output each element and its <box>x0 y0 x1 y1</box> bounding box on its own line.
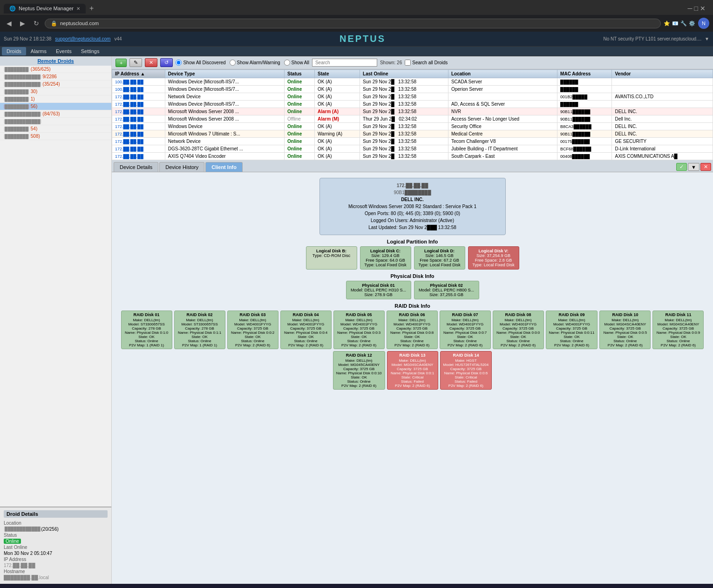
sidebar-item[interactable]: ████████████ 9/2286 <box>0 73 111 81</box>
table-row[interactable]: 172.██.██.██ Microsoft Windows Server 20… <box>112 108 713 115</box>
menu-item-alarms[interactable]: Alarms <box>26 47 51 55</box>
raid-disk-card: RAID Disk 03 Make: DELL(tm) Model: WD400… <box>227 311 278 349</box>
cell-status: Online <box>285 93 315 101</box>
table-row[interactable]: 172.██.██.██ Microsoft Windows 7 Ultimat… <box>112 130 713 138</box>
browser-tab-active[interactable]: 🌐 Neptus Device Manager ✕ <box>4 4 86 14</box>
col-ip[interactable]: IP Address ▲ <box>112 70 165 78</box>
col-status[interactable]: Status <box>285 70 315 78</box>
maximize-button[interactable]: □ <box>694 5 698 12</box>
search-all-checkbox[interactable]: Search all Droids <box>405 60 448 66</box>
tab-confirm-button[interactable]: ✓ <box>676 163 687 171</box>
cell-mac: 90B11██████ <box>557 108 612 115</box>
sidebar-item[interactable]: ████████ (365/625) <box>0 66 111 73</box>
reload-button[interactable]: ↻ <box>31 19 42 28</box>
tab-favicon: 🌐 <box>9 6 16 12</box>
dropdown-icon[interactable]: ▼ <box>705 36 709 41</box>
cell-device-type: Network Device <box>165 93 284 101</box>
sidebar-item[interactable]: ████████████ (84/763) <box>0 110 111 118</box>
tab-device-details[interactable]: Device Details <box>114 162 158 172</box>
cell-location <box>448 93 557 101</box>
table-row[interactable]: 172.██.██.██ Windows Device Online OK (A… <box>112 123 713 130</box>
cell-vendor: DELL INC. <box>612 108 713 115</box>
back-button[interactable]: ◀ <box>4 19 14 28</box>
radio-show-all[interactable]: Show All <box>284 60 309 66</box>
menu-item-events[interactable]: Events <box>51 47 76 55</box>
table-row[interactable]: 100.██.██.██ Windows Device [Microsoft-I… <box>112 78 713 86</box>
minimize-button[interactable]: ─ <box>688 5 693 12</box>
col-vendor[interactable]: Vendor <box>612 70 713 78</box>
search-input[interactable] <box>312 59 377 67</box>
tab-close-button[interactable]: ✕ <box>76 6 80 11</box>
cell-last-online: Sun 29 Nov 2█ 13:32:58 <box>360 86 448 93</box>
status-value: Online <box>4 539 21 544</box>
col-state[interactable]: State <box>315 70 360 78</box>
cell-location: Jubilee Building - IT Department <box>448 145 557 153</box>
cell-mac: ██████ <box>557 101 612 108</box>
table-row[interactable]: 172.██.██.██ DGS-3620-28TC Gigabit Ether… <box>112 145 713 153</box>
cell-state: Alarm (A) <box>315 108 360 115</box>
radio-show-alarm-warning[interactable]: Show Alarm/Warning <box>230 60 280 66</box>
cell-status: Offline <box>285 115 315 123</box>
version: v44 <box>114 36 122 41</box>
delete-button[interactable]: ✕ <box>145 58 157 67</box>
col-device-type[interactable]: Device Type <box>165 70 284 78</box>
menu-item-droids[interactable]: Droids <box>2 47 26 55</box>
hostname-value: ████████.██.local <box>4 575 49 580</box>
client-info-container: 172.██.██.██ 90B1████████ DELL INC. Micr… <box>114 174 711 395</box>
refresh-button[interactable]: ↺ <box>160 58 173 67</box>
sidebar-item[interactable]: ████████ 54) <box>0 125 111 133</box>
tab-title: Neptus Device Manager <box>19 6 74 11</box>
sidebar-item-selected[interactable]: ████████ 56) <box>0 103 111 110</box>
table-row[interactable]: 172.██.██.██ Network Device Online OK (A… <box>112 93 713 101</box>
cell-device-type: Network Device <box>165 138 284 145</box>
table-row[interactable]: 172.██.██.██ Network Device Online OK (A… <box>112 138 713 145</box>
raid-disk-card: RAID Disk 13 Make: DELL(tm) Model: MG04S… <box>387 351 438 390</box>
sidebar-item[interactable]: ████████ 1) <box>0 95 111 103</box>
sidebar-item[interactable]: ████████████ (35/254) <box>0 81 111 88</box>
address-bar[interactable]: 🔒 neptuscloud.com <box>45 19 661 28</box>
raid-disk-card: RAID Disk 02 Make: DELL(tm) Model: ST330… <box>174 311 225 349</box>
radio-show-all-discovered[interactable]: Show All Discovered <box>176 60 225 66</box>
detail-row-location-value: ████████████ (20/256) <box>4 527 108 532</box>
col-location[interactable]: Location <box>448 70 557 78</box>
physical-disk-title: Physical Disk Info <box>117 273 707 279</box>
col-mac[interactable]: MAC Address <box>557 70 612 78</box>
tab-close-button[interactable]: ✕ <box>700 163 711 171</box>
cell-status: Online <box>285 130 315 138</box>
add-button[interactable]: + <box>115 59 127 67</box>
logical-partition-title: Logical Partition Info <box>117 239 707 244</box>
sidebar-item[interactable]: ████████ 30) <box>0 88 111 95</box>
cell-ip: 100.██.██.██ <box>112 86 165 93</box>
menu-item-settings[interactable]: Settings <box>76 47 104 55</box>
forward-button[interactable]: ▶ <box>17 19 28 28</box>
neptus-logo: NEPTUS <box>122 34 604 44</box>
tab-dropdown-button[interactable]: ▼ <box>688 163 699 171</box>
table-row[interactable]: 172.██.██.██ Windows Device [Microsoft-I… <box>112 101 713 108</box>
table-row[interactable]: 172.██.██.██ Microsoft Windows Server 20… <box>112 115 713 123</box>
cell-vendor: Dell Inc. <box>612 115 713 123</box>
tab-client-info[interactable]: Client Info <box>205 162 243 172</box>
sidebar-item[interactable]: ████████ 508) <box>0 133 111 140</box>
cell-status: Online <box>285 86 315 93</box>
logical-disk-card: Logical Disk B:Type: CD-ROM Disc <box>306 246 357 270</box>
cell-last-online: Sun 29 Nov 2█ 13:32:58 <box>360 78 448 86</box>
cell-mac: 90B11██████ <box>557 130 612 138</box>
user-avatar[interactable]: N <box>698 18 709 29</box>
cell-last-online: Sun 29 Nov 2█ 13:32:58 <box>360 130 448 138</box>
table-row[interactable]: 172.██.██.██ AXIS Q7404 Video Encoder On… <box>112 153 713 160</box>
new-tab-button[interactable]: + <box>86 4 97 13</box>
cell-device-type: AXIS Q7404 Video Encoder <box>165 153 284 160</box>
cell-state: OK (A) <box>315 86 360 93</box>
sidebar-item[interactable]: ████████████ <box>0 118 111 125</box>
edit-button[interactable]: ✎ <box>129 58 142 67</box>
support-email[interactable]: support@neptuscloud.com <box>55 36 110 41</box>
raid-disk-card: RAID Disk 09 Make: DELL(tm) Model: WD400… <box>546 311 598 349</box>
col-last-online[interactable]: Last Online <box>360 70 448 78</box>
logical-disk-card: Logical Disk C:Size: 129.4 GBFree Space:… <box>360 246 411 270</box>
cell-ip: 172.██.██.██ <box>112 108 165 115</box>
sidebar-title[interactable]: Remote Droids <box>0 56 111 66</box>
window-close-button[interactable]: ✕ <box>700 5 706 12</box>
table-row[interactable]: 100.██.██.██ Windows Device [Microsoft-I… <box>112 86 713 93</box>
sidebar: Remote Droids ████████ (365/625) ███████… <box>0 56 112 584</box>
tab-device-history[interactable]: Device History <box>159 162 204 172</box>
